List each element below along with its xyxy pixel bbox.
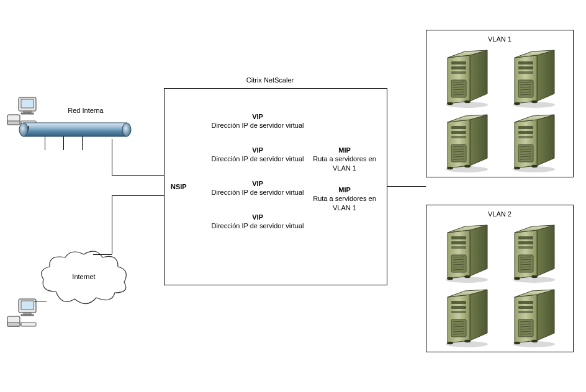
- mip-title: MIP: [304, 146, 385, 154]
- vip-desc: Dirección IP de servidor virtual: [211, 221, 304, 230]
- internet-text: Internet: [72, 273, 95, 280]
- vip-block-2: VIP Dirección IP de servidor virtual: [211, 146, 304, 164]
- connector: [28, 126, 29, 130]
- vip-title: VIP: [211, 179, 304, 188]
- internal-network-label: Red Interna: [55, 107, 117, 114]
- svg-rect-3: [21, 113, 34, 114]
- svg-rect-16: [21, 323, 36, 326]
- internal-network-text: Red Interna: [68, 107, 103, 114]
- connector: [34, 301, 47, 301]
- internet-label: Internet: [59, 273, 109, 280]
- netscaler-title: Citrix NetScaler: [220, 76, 320, 84]
- vlan1-box: VLAN 1: [426, 30, 574, 177]
- computer-icon: [6, 298, 38, 329]
- server: [506, 288, 562, 348]
- netscaler-box: NSIP VIP Dirección IP de servidor virtua…: [164, 88, 387, 285]
- mip-desc: Ruta a servidores en VLAN 1: [304, 194, 385, 212]
- vlan2-label: VLAN 2: [426, 210, 573, 218]
- vip-title: VIP: [211, 146, 304, 154]
- connector: [112, 139, 112, 175]
- mip-title: MIP: [304, 185, 385, 194]
- svg-rect-13: [21, 314, 34, 316]
- svg-rect-1: [21, 99, 34, 108]
- vip-block-1: VIP Dirección IP de servidor virtual: [211, 112, 304, 130]
- connector: [387, 186, 426, 187]
- netscaler-title-text: Citrix NetScaler: [246, 76, 294, 84]
- svg-rect-5: [7, 121, 20, 125]
- connector: [112, 175, 164, 176]
- vip-desc: Dirección IP de servidor virtual: [211, 154, 304, 163]
- svg-rect-15: [7, 323, 20, 326]
- vip-title: VIP: [211, 213, 304, 221]
- connector: [112, 195, 112, 254]
- vip-title: VIP: [211, 112, 304, 121]
- mip-block-2: MIP Ruta a servidores en VLAN 1: [304, 185, 385, 212]
- connector: [93, 254, 112, 255]
- svg-rect-11: [21, 301, 34, 310]
- server: [506, 114, 562, 173]
- network-pipe: [19, 119, 132, 140]
- pc-bottom: [6, 298, 38, 329]
- vlan1-label: VLAN 1: [426, 35, 573, 43]
- svg-point-9: [122, 123, 131, 136]
- nsip-label: NSIP: [171, 183, 187, 190]
- vlan2-box: VLAN 2: [426, 205, 574, 352]
- server: [439, 114, 495, 173]
- vlan1-text: VLAN 1: [488, 35, 512, 43]
- connector: [112, 195, 164, 196]
- svg-point-8: [19, 123, 28, 136]
- server: [439, 288, 495, 348]
- pipe-icon: [19, 119, 132, 140]
- server: [506, 224, 562, 283]
- vlan2-text: VLAN 2: [488, 210, 512, 218]
- server: [439, 49, 495, 109]
- nsip-text: NSIP: [171, 183, 187, 190]
- vip-desc: Dirección IP de servidor virtual: [211, 188, 304, 197]
- mip-desc: Ruta a servidores en VLAN 1: [304, 154, 385, 172]
- pipe-tick: [45, 136, 45, 150]
- svg-rect-7: [24, 123, 127, 136]
- server: [439, 224, 495, 283]
- vip-block-4: VIP Dirección IP de servidor virtual: [211, 213, 304, 231]
- vip-desc: Dirección IP de servidor virtual: [211, 121, 304, 130]
- pipe-tick: [63, 136, 64, 150]
- mip-block-1: MIP Ruta a servidores en VLAN 1: [304, 146, 385, 172]
- pipe-tick: [82, 136, 83, 150]
- vip-block-3: VIP Dirección IP de servidor virtual: [211, 179, 304, 197]
- server: [506, 49, 562, 109]
